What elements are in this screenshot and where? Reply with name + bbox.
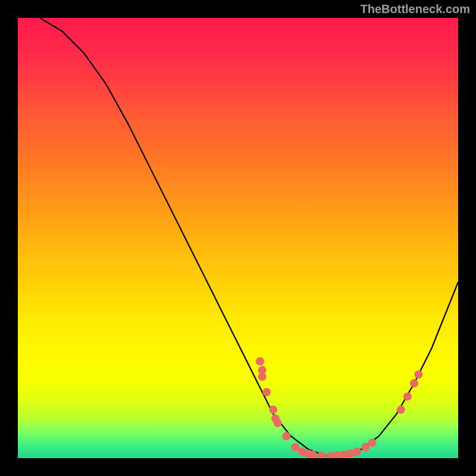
data-point xyxy=(256,357,264,365)
data-point xyxy=(397,406,405,414)
data-point xyxy=(414,370,422,378)
data-point xyxy=(269,406,277,414)
bottleneck-curve xyxy=(40,18,458,456)
data-point xyxy=(368,439,377,447)
data-point xyxy=(258,372,267,381)
data-point xyxy=(410,379,418,387)
data-point xyxy=(274,419,282,427)
chart-plot-area xyxy=(18,18,458,458)
data-point xyxy=(262,388,271,396)
data-point xyxy=(282,432,290,440)
chart-overlay xyxy=(18,18,458,458)
data-point xyxy=(403,392,412,400)
data-points-group xyxy=(256,357,422,458)
data-point xyxy=(353,447,361,456)
watermark-text: TheBottleneck.com xyxy=(361,2,470,16)
